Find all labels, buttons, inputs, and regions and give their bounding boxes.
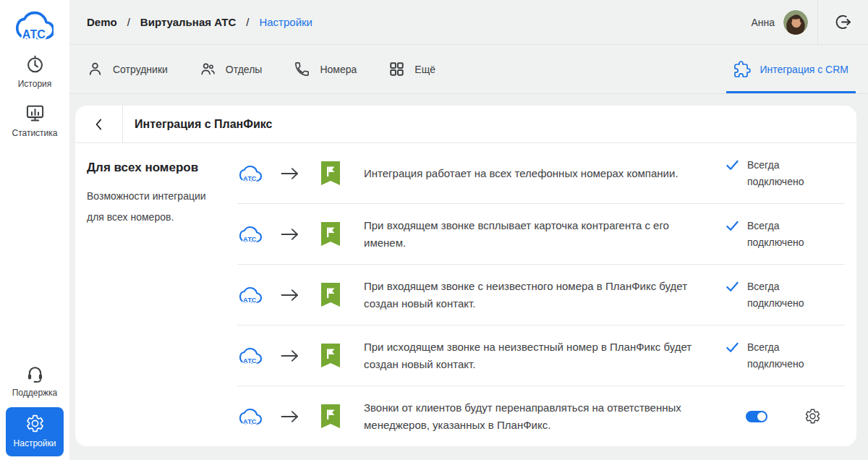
content-area: Интеграция с ПланФикс Для всех номеров В… <box>69 94 868 460</box>
status-text: Всегда подключено <box>747 278 814 312</box>
status-badge: Всегда подключено <box>726 339 821 372</box>
sidebar-item-label: Настройки <box>14 438 56 448</box>
status-badge: Всегда подключено <box>726 157 821 190</box>
person-icon <box>87 61 103 77</box>
check-icon <box>726 280 739 294</box>
planfix-icon <box>321 283 340 307</box>
sidebar: АТС История <box>0 0 69 460</box>
sidebar-item-settings[interactable]: Настройки <box>6 407 64 456</box>
main-area: Demo / Виртуальная АТС / Настройки Анна <box>69 0 868 460</box>
panel-body: Для всех номеров Возможности интеграции … <box>75 143 856 446</box>
sidebar-item-label: Статистика <box>12 128 57 138</box>
tab-label: Интеграция с CRM <box>760 64 848 75</box>
breadcrumb-current: Настройки <box>259 16 312 28</box>
tab-label: Отделы <box>226 64 263 75</box>
tab-numbers[interactable]: Номера <box>294 45 357 93</box>
atc-cloud-icon: АТС <box>237 406 263 427</box>
breadcrumb-separator: / <box>127 16 130 28</box>
atc-cloud-icon: АТС <box>237 223 263 245</box>
status-text: Всегда подключено <box>747 339 814 372</box>
user-name: Анна <box>751 17 775 28</box>
bar-chart-monitor-icon <box>25 103 45 123</box>
logout-button[interactable] <box>818 0 868 44</box>
sidebar-item-support[interactable]: Поддержка <box>3 363 67 398</box>
flow-icons: АТС <box>237 404 364 428</box>
chevron-left-icon <box>93 117 104 132</box>
flow-icons: АТС <box>237 222 364 246</box>
integration-row: АТС Интегр <box>237 143 845 203</box>
exit-arrow-icon <box>834 13 852 31</box>
breadcrumb-middle[interactable]: Виртуальная АТС <box>140 16 236 28</box>
atc-cloud-icon: АТС <box>237 345 263 367</box>
tab-label: Ещё <box>414 64 435 75</box>
arrow-right-icon <box>281 409 299 424</box>
svg-text:АТС: АТС <box>243 175 257 182</box>
row-controls <box>726 408 821 425</box>
check-icon <box>726 341 739 354</box>
integration-description: Звонки от клиентов будут перенаправлятьс… <box>364 399 726 434</box>
status-badge: Всегда подключено <box>726 218 821 251</box>
page-title: Интеграция с ПланФикс <box>123 106 272 142</box>
arrow-right-icon <box>281 288 299 302</box>
sidebar-item-history[interactable]: История <box>3 54 67 89</box>
integration-row: АТС При ис <box>237 325 845 386</box>
gear-icon <box>804 408 821 425</box>
integration-row: АТС При вх <box>237 264 845 325</box>
integration-description: При входящем звонке с неизвестного номер… <box>364 278 726 312</box>
check-icon <box>726 158 739 172</box>
tab-bar: Сотрудники Отделы Номера <box>69 45 868 94</box>
app-root: АТС История <box>0 0 868 460</box>
integration-description: Интеграция работает на всех телефонных н… <box>364 165 726 182</box>
cloud-atc-icon: АТС <box>16 7 54 44</box>
people-icon <box>200 61 216 77</box>
tab-employees[interactable]: Сотрудники <box>87 45 168 93</box>
integration-description: При входящем звонке всплывает карточка к… <box>364 217 726 252</box>
flow-icons: АТС <box>237 283 364 307</box>
avatar <box>783 10 808 35</box>
check-icon <box>726 219 739 233</box>
user-menu[interactable]: Анна <box>751 10 817 35</box>
tab-crm-integration[interactable]: Интеграция с CRM <box>726 45 856 93</box>
svg-text:АТС: АТС <box>243 357 257 365</box>
headset-icon <box>25 363 45 383</box>
puzzle-icon <box>733 61 751 78</box>
integration-description: При исходящем звонке на неизвестный номе… <box>364 338 726 373</box>
sidebar-item-label: История <box>18 79 52 89</box>
panel-header: Интеграция с ПланФикс <box>75 106 856 143</box>
svg-text:АТС: АТС <box>243 297 257 304</box>
redirect-toggle[interactable] <box>746 411 767 422</box>
gear-icon <box>25 414 45 433</box>
tab-more[interactable]: Ещё <box>388 45 435 93</box>
svg-text:АТС: АТС <box>243 236 257 243</box>
row-settings-button[interactable] <box>804 408 821 425</box>
back-button[interactable] <box>75 106 123 142</box>
sidebar-item-statistics[interactable]: Статистика <box>3 103 67 138</box>
sidebar-item-label: Поддержка <box>12 388 58 398</box>
atc-logo[interactable]: АТС <box>16 7 54 40</box>
integration-row: АТС Звонки <box>237 386 845 446</box>
svg-text:АТС: АТС <box>243 418 257 425</box>
breadcrumb: Demo / Виртуальная АТС / Настройки <box>87 16 312 28</box>
flow-icons: АТС <box>237 344 364 367</box>
section-heading: Для всех номеров <box>87 161 224 175</box>
status-badge: Всегда подключено <box>726 278 821 312</box>
tab-label: Сотрудники <box>113 64 168 75</box>
breadcrumb-root[interactable]: Demo <box>87 16 117 28</box>
integration-rows: АТС Интегр <box>237 143 845 446</box>
top-header: Demo / Виртуальная АТС / Настройки Анна <box>69 0 868 45</box>
sidebar-nav: История Статистика <box>0 40 69 138</box>
planfix-icon <box>321 344 340 367</box>
tab-departments[interactable]: Отделы <box>200 45 263 93</box>
planfix-icon <box>321 161 340 185</box>
planfix-icon <box>321 404 340 428</box>
integration-row: АТС При вх <box>237 203 845 264</box>
logo-text: АТС <box>22 27 46 41</box>
breadcrumb-separator: / <box>246 16 249 28</box>
phone-icon <box>294 61 310 77</box>
integration-panel: Интеграция с ПланФикс Для всех номеров В… <box>75 106 856 446</box>
header-right: Анна <box>751 0 868 44</box>
arrow-right-icon <box>281 227 299 242</box>
arrow-right-icon <box>281 349 299 363</box>
status-text: Всегда подключено <box>747 157 814 190</box>
clock-icon <box>25 54 45 74</box>
